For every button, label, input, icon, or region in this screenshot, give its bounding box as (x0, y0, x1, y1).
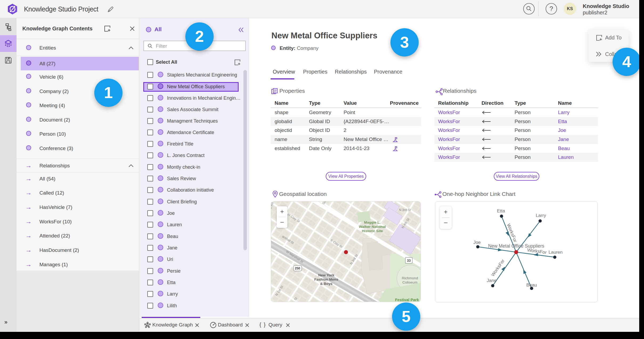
svg-text:Festival Park: Festival Park (395, 298, 419, 302)
svg-text:Etta: Etta (497, 208, 505, 213)
svg-text:Walker National: Walker National (359, 225, 386, 229)
svg-text:Joe: Joe (473, 240, 480, 245)
svg-text:Maggie L.: Maggie L. (364, 220, 381, 224)
svg-text:Fashion Mens: Fashion Mens (314, 277, 338, 281)
svg-text:New Metal Office Suppliers: New Metal Office Suppliers (488, 243, 544, 249)
svg-text:250: 250 (295, 267, 300, 270)
svg-text:New York: New York (318, 273, 335, 277)
svg-text:Historic Site: Historic Site (362, 229, 383, 233)
svg-text:& Boys: & Boys (320, 282, 333, 286)
svg-text:WorksFor: WorksFor (490, 258, 506, 277)
svg-text:Richmond: Richmond (402, 276, 418, 280)
svg-text:Larry: Larry (536, 213, 546, 218)
svg-text:N 3rd St: N 3rd St (399, 208, 411, 212)
svg-text:Jane: Jane (487, 278, 497, 283)
svg-text:?: ? (549, 5, 553, 12)
svg-text:33: 33 (407, 259, 411, 263)
svg-text:Lauren: Lauren (549, 250, 563, 255)
svg-text:Beau: Beau (526, 282, 537, 288)
svg-text:Coliseum: Coliseum (402, 280, 417, 284)
